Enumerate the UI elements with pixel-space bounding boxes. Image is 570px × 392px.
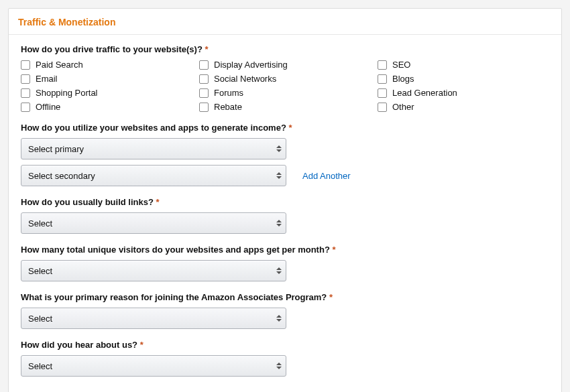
checkbox-icon — [21, 88, 30, 98]
reason-select[interactable]: Select — [21, 308, 286, 329]
checkbox-icon — [199, 103, 209, 112]
build-links-select[interactable]: Select — [21, 212, 286, 234]
option-label: Lead Generation — [392, 88, 457, 98]
option-social-networks[interactable]: Social Networks — [199, 74, 371, 84]
checkbox-icon — [378, 74, 387, 84]
panel-header: Traffic & Monetization — [9, 9, 561, 35]
question-reason: What is your primary reason for joining … — [21, 292, 549, 302]
option-offline[interactable]: Offline — [21, 102, 192, 112]
option-label: Shopping Portal — [36, 88, 98, 98]
traffic-options-grid: Paid Search Display Advertising SEO Emai… — [21, 60, 549, 112]
chevron-updown-icon — [276, 363, 282, 369]
chevron-updown-icon — [276, 315, 282, 322]
checkbox-icon — [21, 74, 30, 84]
chevron-updown-icon — [276, 145, 282, 152]
question-links-text: How do you usually build links? — [21, 197, 154, 207]
option-display-advertising[interactable]: Display Advertising — [199, 60, 371, 70]
question-links: How do you usually build links? * — [21, 197, 549, 207]
question-income-text: How do you utilize your websites and app… — [21, 123, 286, 133]
option-blogs[interactable]: Blogs — [378, 74, 549, 84]
option-paid-search[interactable]: Paid Search — [21, 60, 192, 70]
question-hear: How did you hear about us? * — [21, 340, 549, 350]
option-label: Offline — [36, 102, 60, 112]
option-label: Social Networks — [214, 74, 276, 84]
chevron-updown-icon — [276, 172, 282, 179]
traffic-monetization-panel: Traffic & Monetization How do you drive … — [8, 8, 562, 392]
question-traffic: How do you drive traffic to your website… — [21, 44, 549, 54]
checkbox-icon — [21, 60, 30, 70]
question-traffic-text: How do you drive traffic to your website… — [21, 44, 203, 54]
question-income: How do you utilize your websites and app… — [21, 123, 549, 133]
chevron-updown-icon — [276, 267, 282, 274]
option-label: SEO — [392, 60, 410, 70]
option-other[interactable]: Other — [378, 102, 549, 112]
option-label: Forums — [214, 88, 243, 98]
required-mark: * — [205, 44, 209, 54]
option-shopping-portal[interactable]: Shopping Portal — [21, 88, 192, 98]
chevron-updown-icon — [276, 220, 282, 226]
option-seo[interactable]: SEO — [378, 60, 549, 70]
option-label: Blogs — [392, 74, 414, 84]
required-mark: * — [140, 340, 144, 350]
option-label: Display Advertising — [214, 60, 288, 70]
add-another-link[interactable]: Add Another — [302, 171, 351, 181]
income-primary-select[interactable]: Select primary — [21, 138, 286, 159]
option-label: Paid Search — [36, 60, 83, 70]
checkbox-icon — [378, 103, 387, 112]
checkbox-icon — [378, 88, 387, 98]
checkbox-icon — [378, 60, 387, 70]
option-label: Other — [392, 102, 414, 112]
question-hear-text: How did you hear about us? — [21, 340, 137, 350]
hear-about-select[interactable]: Select — [21, 355, 286, 377]
option-email[interactable]: Email — [21, 74, 192, 84]
panel-title: Traffic & Monetization — [18, 17, 115, 27]
required-mark: * — [156, 197, 160, 207]
required-mark: * — [288, 123, 292, 133]
income-secondary-select[interactable]: Select secondary — [21, 165, 286, 186]
panel-body: How do you drive traffic to your website… — [9, 35, 561, 392]
select-value: Select — [28, 266, 52, 276]
checkbox-icon — [199, 88, 209, 98]
visitors-select[interactable]: Select — [21, 260, 286, 281]
checkbox-icon — [21, 103, 30, 112]
option-rebate[interactable]: Rebate — [199, 102, 371, 112]
option-forums[interactable]: Forums — [199, 88, 371, 98]
select-value: Select secondary — [28, 171, 95, 181]
required-mark: * — [332, 245, 335, 255]
question-visitors-text: How many total unique visitors do your w… — [21, 245, 330, 255]
select-value: Select primary — [28, 144, 84, 154]
select-value: Select — [28, 314, 52, 324]
checkbox-icon — [199, 60, 209, 70]
option-label: Email — [36, 74, 58, 84]
option-lead-generation[interactable]: Lead Generation — [378, 88, 549, 98]
question-reason-text: What is your primary reason for joining … — [21, 292, 327, 302]
select-value: Select — [28, 361, 52, 371]
checkbox-icon — [199, 74, 209, 84]
option-label: Rebate — [214, 102, 242, 112]
question-visitors: How many total unique visitors do your w… — [21, 245, 549, 255]
select-value: Select — [28, 218, 52, 228]
required-mark: * — [329, 292, 333, 302]
